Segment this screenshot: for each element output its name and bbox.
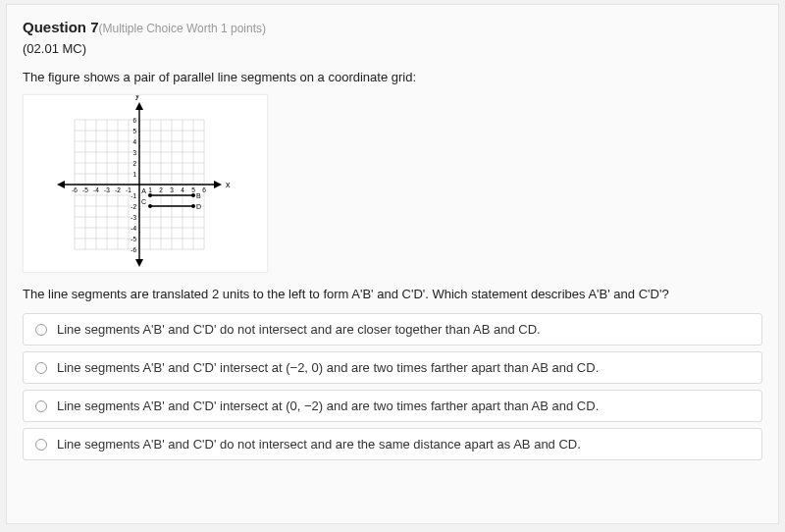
svg-text:D: D bbox=[196, 203, 201, 210]
svg-text:-1: -1 bbox=[131, 192, 136, 199]
svg-text:-2: -2 bbox=[131, 203, 136, 210]
option-row-2[interactable]: Line segments A'B' and C'D' intersect at… bbox=[23, 390, 762, 422]
svg-marker-29 bbox=[57, 181, 65, 188]
question-title: Question 7 bbox=[23, 19, 99, 35]
svg-text:-5: -5 bbox=[131, 236, 136, 242]
svg-text:y: y bbox=[135, 95, 140, 100]
option-label: Line segments A'B' and C'D' intersect at… bbox=[57, 399, 599, 413]
svg-text:-6: -6 bbox=[131, 246, 136, 253]
radio-icon[interactable] bbox=[35, 400, 47, 412]
radio-icon[interactable] bbox=[35, 324, 47, 336]
option-row-0[interactable]: Line segments A'B' and C'D' do not inter… bbox=[23, 313, 762, 346]
svg-point-65 bbox=[191, 204, 195, 208]
svg-text:B: B bbox=[196, 192, 201, 199]
svg-text:4: 4 bbox=[132, 138, 136, 145]
svg-marker-28 bbox=[214, 181, 222, 188]
svg-text:-1: -1 bbox=[126, 186, 131, 193]
svg-text:-3: -3 bbox=[131, 214, 136, 221]
svg-text:1: 1 bbox=[132, 171, 136, 178]
coordinate-grid-figure: xy-6-5-4-3-2-1123456-6-5-4-3-2-1123456AB… bbox=[23, 94, 268, 273]
svg-text:-5: -5 bbox=[82, 186, 88, 193]
option-label: Line segments A'B' and C'D' do not inter… bbox=[57, 437, 581, 452]
option-row-1[interactable]: Line segments A'B' and C'D' intersect at… bbox=[23, 351, 762, 384]
svg-text:6: 6 bbox=[132, 117, 136, 124]
svg-text:A: A bbox=[141, 187, 146, 194]
svg-text:C: C bbox=[141, 198, 146, 205]
svg-point-64 bbox=[148, 204, 152, 208]
svg-text:-4: -4 bbox=[131, 225, 136, 232]
options-list: Line segments A'B' and C'D' do not inter… bbox=[23, 313, 762, 460]
svg-text:2: 2 bbox=[159, 186, 163, 193]
question-meta: (Multiple Choice Worth 1 points) bbox=[99, 22, 267, 35]
svg-marker-31 bbox=[135, 259, 143, 267]
option-label: Line segments A'B' and C'D' intersect at… bbox=[57, 360, 599, 375]
question-prompt-2: The line segments are translated 2 units… bbox=[23, 287, 762, 301]
question-header: Question 7(Multiple Choice Worth 1 point… bbox=[23, 19, 762, 35]
svg-text:4: 4 bbox=[181, 186, 184, 193]
option-label: Line segments A'B' and C'D' do not inter… bbox=[57, 322, 541, 337]
svg-point-60 bbox=[191, 193, 195, 197]
radio-icon[interactable] bbox=[35, 439, 47, 451]
svg-text:2: 2 bbox=[132, 160, 136, 167]
svg-point-59 bbox=[148, 193, 152, 197]
option-row-3[interactable]: Line segments A'B' and C'D' do not inter… bbox=[23, 428, 762, 460]
svg-text:-4: -4 bbox=[93, 186, 99, 193]
svg-text:5: 5 bbox=[132, 128, 136, 134]
radio-icon[interactable] bbox=[35, 362, 47, 374]
svg-text:x: x bbox=[226, 180, 231, 189]
svg-text:-6: -6 bbox=[72, 186, 78, 193]
svg-marker-30 bbox=[135, 102, 143, 110]
grid-svg: xy-6-5-4-3-2-1123456-6-5-4-3-2-1123456AB… bbox=[24, 95, 269, 274]
question-card: Question 7(Multiple Choice Worth 1 point… bbox=[6, 4, 779, 524]
svg-text:3: 3 bbox=[132, 149, 136, 156]
question-code: (02.01 MC) bbox=[23, 41, 762, 56]
svg-text:-2: -2 bbox=[115, 186, 121, 193]
svg-text:1: 1 bbox=[148, 186, 152, 193]
svg-text:6: 6 bbox=[202, 186, 206, 193]
svg-text:3: 3 bbox=[170, 186, 174, 193]
question-prompt-1: The figure shows a pair of parallel line… bbox=[23, 70, 762, 84]
svg-text:5: 5 bbox=[191, 186, 195, 193]
svg-text:-3: -3 bbox=[104, 186, 110, 193]
